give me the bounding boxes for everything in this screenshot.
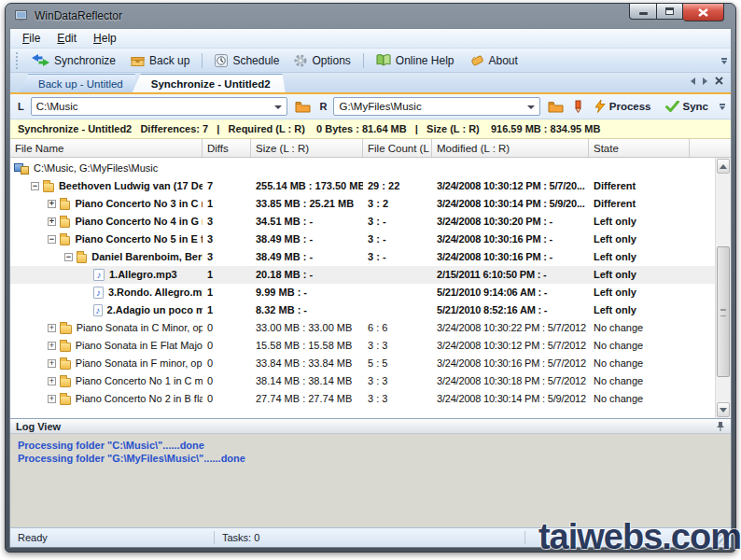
table-row[interactable]: ♪1.Allegro.mp3120.18 MB : -2/15/2011 6:1… (10, 266, 715, 284)
backup-button[interactable]: Back up (123, 51, 197, 70)
options-button[interactable]: Options (287, 51, 357, 70)
log-view-header[interactable]: Log View (10, 418, 731, 434)
minimize-button[interactable] (629, 4, 657, 20)
status-ready: Ready (10, 532, 214, 543)
cell-modified: 5/21/2010 8:52:16 AM : - (432, 301, 589, 319)
table-row[interactable]: −Piano Concerto No 5 in E flat m...338.4… (10, 231, 715, 248)
cell-modified: 3/24/2008 10:30:16 PM : - (432, 248, 589, 266)
close-button[interactable] (683, 4, 724, 21)
tree-body: C:\Music, G:\MyFiles\Music−Beethoven Lud… (10, 160, 715, 408)
tab-backup-untitled[interactable]: Back up - Untitled (20, 74, 138, 92)
vertical-scrollbar[interactable] (715, 158, 731, 418)
scroll-down-icon (720, 408, 727, 413)
file-name-text: Piano Concerto No 5 in E flat m... (75, 231, 203, 248)
collapse-icon[interactable]: − (64, 253, 73, 261)
scrollbar-thumb[interactable] (717, 246, 730, 377)
cell-count: 3 : 3 (363, 390, 432, 408)
column-header-size[interactable]: Size (L : R) (251, 139, 363, 157)
column-header-file-count[interactable]: File Count (L : R) (363, 139, 432, 157)
watermark: taiwebs.com (538, 517, 741, 557)
about-label: About (489, 54, 518, 67)
tab-close-icon[interactable] (715, 77, 723, 85)
table-row[interactable]: +Piano Concerto No 1 in C major,...038.1… (10, 372, 715, 390)
cell-diffs: 0 (203, 372, 251, 390)
cell-diffs: 1 (203, 195, 251, 213)
table-header: File Name Diffs Size (L : R) File Count … (10, 139, 731, 158)
online-help-button[interactable]: Online Help (369, 51, 462, 70)
left-path-combo[interactable]: C:\Music (31, 97, 287, 116)
status-separator (524, 531, 525, 544)
table-row[interactable]: −Beethoven Ludwig van (17 Dec 17...7255.… (10, 177, 715, 195)
cell-file-name: +Piano Concerto No 3 in C minor... (10, 195, 203, 213)
pin-icon[interactable] (716, 421, 725, 432)
cell-count: 6 : 6 (363, 319, 432, 337)
table-row[interactable]: +Piano Concerto No 3 in C minor...133.85… (10, 195, 715, 213)
expand-icon[interactable]: + (48, 377, 56, 385)
log-view-body[interactable]: Processing folder "C:\Music\"......doneP… (10, 434, 731, 527)
cell-diffs: 1 (203, 284, 251, 301)
cell-count: 3 : 2 (363, 195, 432, 213)
summary-info-bar: Synchronize - Untitled2 Differences: 7 |… (10, 119, 731, 139)
right-path-combo[interactable]: G:\MyFiles\Music (333, 97, 539, 116)
table-row[interactable]: +Piano Sonata in C Minor, op 13033.00 MB… (10, 319, 715, 337)
collapse-icon[interactable]: − (48, 235, 56, 244)
menu-help[interactable]: Help (85, 30, 125, 47)
process-button[interactable]: Process (590, 98, 656, 115)
column-header-modified[interactable]: Modified (L : R) (432, 139, 589, 157)
cell-size: 27.74 MB : 27.74 MB (251, 390, 363, 408)
scroll-up-button[interactable] (717, 159, 730, 174)
combo-dropdown-icon[interactable] (527, 105, 535, 109)
about-button[interactable]: About (462, 51, 525, 70)
cell-count: 3 : 3 (363, 372, 432, 390)
tab-scroll-left-icon[interactable] (691, 77, 695, 85)
about-tag-icon (469, 54, 484, 66)
file-name-text: Piano Sonata in E Flat Major, op ... (76, 337, 203, 355)
collapse-icon[interactable]: − (31, 182, 39, 190)
expand-icon[interactable]: + (48, 342, 56, 350)
menu-edit[interactable]: Edit (49, 30, 85, 47)
file-name-text: Piano Concerto No 4 in G major... (75, 213, 203, 231)
cell-size: 33.84 MB : 33.84 MB (251, 355, 363, 372)
toolbar-overflow-button[interactable] (720, 52, 729, 69)
table-row[interactable]: ♪2.Adagio un poco moto....18.32 MB : -5/… (10, 301, 715, 319)
expand-icon[interactable]: + (48, 359, 56, 368)
schedule-button[interactable]: Schedule (207, 51, 287, 70)
cell-modified: 3/24/2008 10:30:16 PM : 5/7/2012 ... (432, 355, 589, 372)
table-row[interactable]: +Piano Sonata in F minor, op 57, ...033.… (10, 355, 715, 372)
expand-icon[interactable]: + (48, 217, 56, 226)
cell-state (589, 160, 690, 177)
path-overflow-button[interactable] (720, 104, 725, 110)
folder-icon (548, 101, 564, 113)
folder-icon (60, 396, 71, 405)
maximize-button[interactable] (657, 4, 683, 20)
table-row[interactable]: +Piano Concerto No 2 in B flat ma...027.… (10, 390, 715, 408)
file-name-text: 2.Adagio un poco moto.... (107, 301, 203, 319)
right-browse-folder-button[interactable] (545, 99, 566, 115)
left-path-label: L (16, 101, 26, 112)
tab-synchronize-untitled2[interactable]: Synchronize - Untitled2 (133, 74, 286, 92)
sync-button[interactable]: Sync (661, 99, 714, 114)
expand-icon[interactable]: + (48, 200, 56, 208)
music-icon: ♪ (93, 269, 105, 281)
table-row[interactable]: −Daniel Barenboim, Berliner ...338.49 MB… (10, 248, 715, 266)
expand-icon[interactable]: + (48, 395, 56, 403)
column-header-state[interactable]: State (589, 139, 690, 157)
title-bar[interactable]: WinDataReflector (6, 4, 735, 28)
column-header-file-name[interactable]: File Name (10, 139, 203, 157)
table-row[interactable]: +Piano Concerto No 4 in G major...334.51… (10, 213, 715, 231)
expand-icon[interactable]: + (48, 324, 56, 332)
table-row[interactable]: C:\Music, G:\MyFiles\Music (10, 160, 715, 177)
table-row[interactable]: +Piano Sonata in E Flat Major, op ...015… (10, 337, 715, 355)
filter-button[interactable] (571, 98, 585, 115)
combo-dropdown-icon[interactable] (274, 105, 282, 109)
menu-file[interactable]: File (14, 30, 49, 47)
cell-diffs: 0 (203, 355, 251, 372)
scroll-down-button[interactable] (717, 402, 730, 417)
overflow-icon (720, 104, 725, 105)
left-browse-folder-button[interactable] (292, 99, 314, 115)
synchronize-button[interactable]: Synchronize (24, 51, 123, 70)
overflow-icon (721, 61, 727, 64)
tab-scroll-right-icon[interactable] (703, 77, 707, 85)
table-row[interactable]: ♪3.Rondo. Allegro.mp319.99 MB : -5/21/20… (10, 284, 715, 301)
column-header-diffs[interactable]: Diffs (203, 139, 251, 157)
